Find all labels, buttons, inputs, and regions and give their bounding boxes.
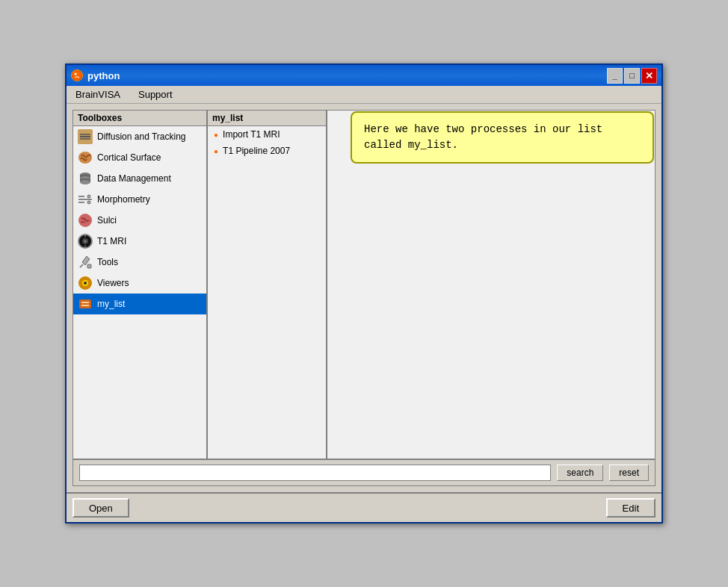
minimize-button[interactable]: _: [607, 68, 623, 84]
maximize-button[interactable]: □: [624, 68, 640, 84]
t1-pipeline-label: T1 Pipeline 2007: [223, 146, 290, 156]
toolbox-list: Diffusion and Tracking Cortical Surfac: [73, 126, 206, 459]
tooltip-text: Here we have two processes in our listca…: [364, 123, 602, 151]
sidebar-item-sulci[interactable]: Sulci: [73, 210, 206, 231]
svg-point-15: [87, 195, 90, 198]
diffusion-label: Diffusion and Tracking: [97, 131, 186, 142]
morpho-icon: [78, 192, 93, 207]
sidebar-item-data-management[interactable]: Data Management: [73, 168, 206, 189]
sidebar-item-t1mri[interactable]: T1 MRI: [73, 231, 206, 252]
support-menu[interactable]: Support: [135, 87, 176, 102]
database-icon: [78, 171, 93, 186]
edit-button[interactable]: Edit: [606, 498, 655, 518]
processes-panel: my_list ● Import T1 MRI ● T1 Pipeline 20…: [208, 111, 327, 459]
sidebar-item-diffusion[interactable]: Diffusion and Tracking: [73, 126, 206, 147]
sidebar-item-tools[interactable]: Tools: [73, 252, 206, 273]
process-list: ● Import T1 MRI ● T1 Pipeline 2007: [208, 126, 326, 159]
mylist-icon: [78, 296, 93, 311]
process-bullet-2: ●: [214, 147, 218, 155]
close-button[interactable]: ✕: [641, 68, 657, 84]
svg-point-1: [75, 73, 77, 75]
mylist-label: my_list: [97, 299, 125, 309]
process-item-t1-pipeline[interactable]: ● T1 Pipeline 2007: [208, 143, 326, 159]
svg-point-27: [84, 282, 87, 285]
title-bar-left: python: [71, 69, 120, 81]
bottom-bar: search reset: [73, 459, 655, 485]
svg-point-11: [80, 180, 90, 184]
viewers-icon: [78, 276, 93, 291]
menu-bar: BrainVISA Support: [67, 86, 661, 104]
content-area: Here we have two processes in our listca…: [67, 104, 661, 492]
diffusion-icon: [78, 129, 93, 144]
open-button[interactable]: Open: [73, 498, 129, 518]
tooltip-box: Here we have two processes in our listca…: [351, 111, 654, 164]
main-panel: Toolboxes: [73, 110, 655, 486]
sidebar-item-viewers[interactable]: Viewers: [73, 273, 206, 294]
t1mri-icon: [78, 234, 93, 249]
brainvisa-menu[interactable]: BrainVISA: [73, 87, 123, 102]
toolboxes-panel: Toolboxes: [73, 111, 208, 459]
cortical-label: Cortical Surface: [97, 152, 161, 163]
svg-point-20: [84, 240, 87, 243]
processes-header: my_list: [208, 111, 326, 126]
svg-rect-28: [79, 299, 91, 308]
viewers-label: Viewers: [97, 278, 129, 288]
footer-bar: Open Edit: [67, 492, 661, 522]
svg-rect-24: [87, 264, 91, 268]
svg-rect-12: [78, 199, 92, 200]
python-icon: [71, 69, 83, 81]
data-management-label: Data Management: [97, 173, 171, 184]
search-input[interactable]: [79, 465, 551, 481]
morphometry-label: Morphometry: [97, 194, 150, 205]
title-bar-buttons: _ □ ✕: [607, 68, 657, 84]
sulci-label: Sulci: [97, 215, 117, 226]
main-window: python _ □ ✕ BrainVISA Support Here we h…: [65, 63, 663, 524]
svg-rect-29: [81, 302, 89, 303]
import-t1-label: Import T1 MRI: [223, 129, 280, 140]
svg-rect-14: [78, 202, 84, 203]
svg-rect-30: [81, 305, 89, 306]
reset-button[interactable]: reset: [609, 465, 649, 481]
process-item-import-t1[interactable]: ● Import T1 MRI: [208, 126, 326, 143]
svg-point-16: [87, 201, 90, 204]
sidebar-item-mylist[interactable]: my_list: [73, 294, 206, 314]
sulci-icon: [78, 213, 93, 228]
sidebar-item-morphometry[interactable]: Morphometry: [73, 189, 206, 210]
window-title: python: [87, 70, 120, 81]
svg-line-23: [80, 264, 83, 267]
title-bar: python _ □ ✕: [67, 65, 661, 86]
tools-label: Tools: [97, 257, 118, 267]
cortical-icon: [78, 150, 93, 165]
process-bullet-1: ●: [214, 131, 218, 139]
t1mri-label: T1 MRI: [97, 236, 126, 246]
sidebar-item-cortical[interactable]: Cortical Surface: [73, 147, 206, 168]
svg-rect-13: [78, 196, 84, 197]
toolboxes-header: Toolboxes: [73, 111, 206, 126]
svg-point-0: [73, 71, 81, 80]
search-button[interactable]: search: [557, 465, 603, 481]
tools-icon: [78, 255, 93, 270]
